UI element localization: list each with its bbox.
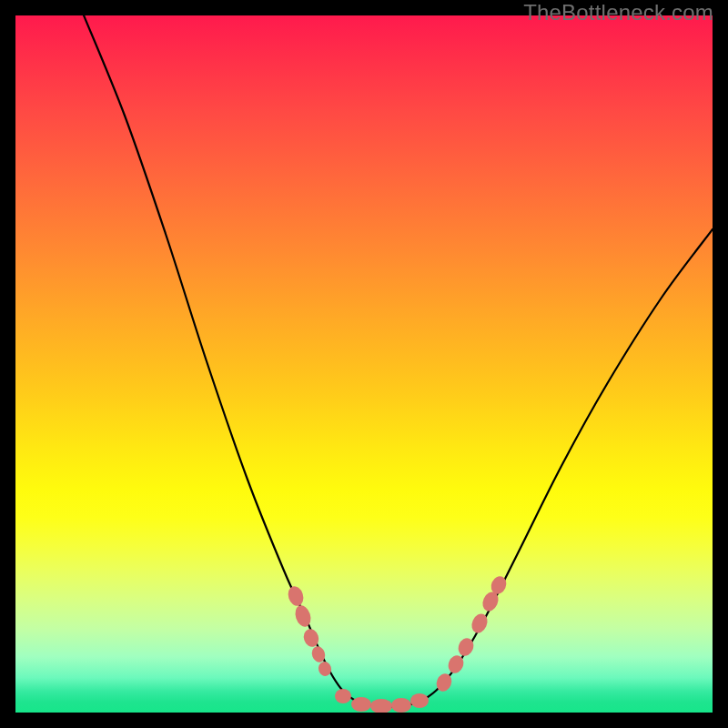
chart-frame: TheBottleneck.com bbox=[0, 0, 728, 728]
data-marker bbox=[335, 689, 351, 703]
data-marker bbox=[351, 697, 371, 712]
data-marker bbox=[293, 603, 314, 629]
data-marker bbox=[370, 699, 392, 713]
plot-area bbox=[15, 15, 713, 713]
bottleneck-curve bbox=[82, 15, 713, 707]
data-marker bbox=[286, 584, 306, 608]
chart-svg bbox=[15, 15, 713, 713]
data-marker bbox=[391, 698, 411, 713]
markers-group bbox=[286, 574, 509, 713]
data-marker bbox=[317, 660, 333, 678]
data-marker bbox=[410, 693, 429, 708]
